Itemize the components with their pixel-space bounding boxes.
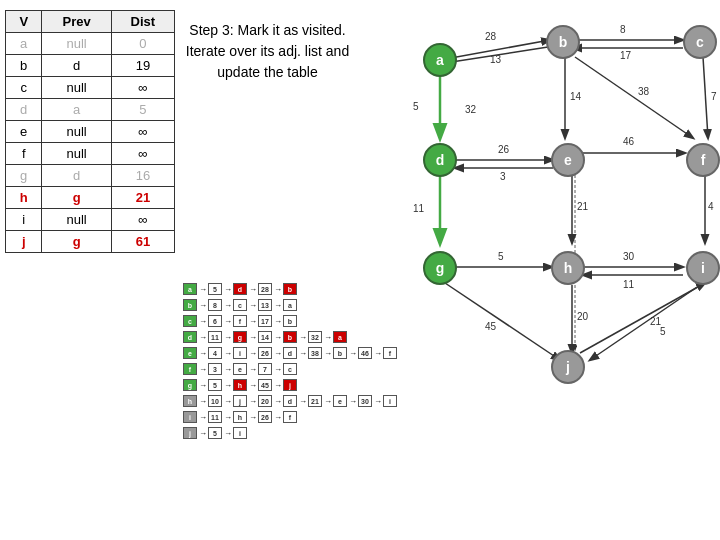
mini-box: 7	[258, 363, 272, 375]
graph-container: 28 13 8 17 5 32 26 3 46 7 14 38	[355, 5, 715, 405]
mini-row-f: f → 3 → e → 7 → c	[183, 362, 398, 376]
step-description: Step 3: Mark it as visited. Iterate over…	[185, 20, 350, 83]
node-label-h: h	[564, 260, 573, 276]
mini-box: e	[183, 347, 197, 359]
edge-label-gh: 5	[498, 251, 504, 262]
mini-box: g	[233, 331, 247, 343]
mini-box: h	[233, 379, 247, 391]
mini-box: f	[183, 363, 197, 375]
edge-label-eh: 21	[577, 201, 589, 212]
mini-box: i	[183, 411, 197, 423]
mini-box: d	[283, 347, 297, 359]
mini-box: 10	[208, 395, 222, 407]
table-row: i null ∞	[6, 209, 175, 231]
mini-box: h	[183, 395, 197, 407]
data-table-container: V Prev Dist a null 0 b d 19 c null ∞ d	[5, 10, 175, 253]
mini-box: d	[183, 331, 197, 343]
mini-box: e	[333, 395, 347, 407]
mini-box: b	[333, 347, 347, 359]
node-label-a: a	[436, 52, 444, 68]
mini-box: 11	[208, 331, 222, 343]
mini-box: c	[183, 315, 197, 327]
mini-box: 26	[258, 347, 272, 359]
mini-box: 30	[358, 395, 372, 407]
edge-label-ad: 5	[413, 101, 419, 112]
mini-box: 8	[208, 299, 222, 311]
node-label-f: f	[701, 152, 706, 168]
graph-svg: 28 13 8 17 5 32 26 3 46 7 14 38	[355, 5, 715, 405]
mini-box: a	[183, 283, 197, 295]
table-row: g d 16	[6, 165, 175, 187]
mini-path-table: a → 5 → d → 28 → b b → 8 → c → 13 → a c …	[183, 282, 398, 442]
edge-ij	[590, 283, 703, 360]
mini-row-b: b → 8 → c → 13 → a	[183, 298, 398, 312]
edge-ji	[580, 283, 705, 353]
edge-label-ba: 13	[490, 54, 502, 65]
dijkstra-table: V Prev Dist a null 0 b d 19 c null ∞ d	[5, 10, 175, 253]
mini-box: 46	[358, 347, 372, 359]
mini-box: c	[233, 299, 247, 311]
mini-box: 3	[208, 363, 222, 375]
node-label-c: c	[696, 34, 704, 50]
mini-box: e	[233, 363, 247, 375]
mini-box: 13	[258, 299, 272, 311]
mini-box: f	[383, 347, 397, 359]
mini-row-c: c → 6 → f → 17 → b	[183, 314, 398, 328]
mini-box: b	[183, 299, 197, 311]
mini-box: i	[233, 427, 247, 439]
edge-label-ed: 3	[500, 171, 506, 182]
table-row: f null ∞	[6, 143, 175, 165]
mini-row-g: g → 5 → h → 45 → j	[183, 378, 398, 392]
edge-label-bf: 38	[638, 86, 650, 97]
mini-box: b	[283, 283, 297, 295]
mini-box: 5	[208, 427, 222, 439]
mini-box: 11	[208, 411, 222, 423]
mini-box: 28	[258, 283, 272, 295]
table-row: e null ∞	[6, 121, 175, 143]
edge-label-ef: 46	[623, 136, 635, 147]
edge-label-be: 14	[570, 91, 582, 102]
mini-box: c	[283, 363, 297, 375]
node-label-i: i	[701, 260, 705, 276]
edge-bf	[575, 57, 693, 138]
edge-label-de: 26	[498, 144, 510, 155]
mini-box: b	[283, 315, 297, 327]
mini-row-h: h → 10 → j → 20 → d → 21 → e → 30 → i	[183, 394, 398, 408]
mini-box: h	[233, 411, 247, 423]
mini-box: d	[283, 395, 297, 407]
table-row: a null 0	[6, 33, 175, 55]
mini-box: d	[233, 283, 247, 295]
mini-box: j	[183, 427, 197, 439]
edge-label-ab2: 32	[465, 104, 477, 115]
mini-box: 4	[208, 347, 222, 359]
edge-label-ij: 5	[660, 326, 666, 337]
mini-row-j: j → 5 → i	[183, 426, 398, 440]
mini-box: 6	[208, 315, 222, 327]
mini-box: f	[233, 315, 247, 327]
node-label-g: g	[436, 260, 445, 276]
mini-box: b	[283, 331, 297, 343]
mini-box: 5	[208, 379, 222, 391]
table-row-current: h g 21	[6, 187, 175, 209]
mini-box: a	[283, 299, 297, 311]
mini-box: j	[233, 395, 247, 407]
mini-box: 38	[308, 347, 322, 359]
edge-label-gj: 45	[485, 321, 497, 332]
mini-box: 20	[258, 395, 272, 407]
node-label-j: j	[565, 359, 570, 375]
mini-box: j	[283, 379, 297, 391]
table-row-updated: j g 61	[6, 231, 175, 253]
edge-cf	[703, 57, 708, 138]
mini-box: 5	[208, 283, 222, 295]
mini-box: 21	[308, 395, 322, 407]
mini-box: 14	[258, 331, 272, 343]
mini-row-i: i → 11 → h → 26 → f	[183, 410, 398, 424]
edge-label-fi: 4	[708, 201, 714, 212]
table-row: d a 5	[6, 99, 175, 121]
edge-label-ih: 11	[623, 279, 635, 290]
mini-box: f	[283, 411, 297, 423]
col-header-dist: Dist	[111, 11, 174, 33]
edge-gj	[445, 283, 560, 360]
mini-box: i	[383, 395, 397, 407]
col-header-prev: Prev	[42, 11, 111, 33]
